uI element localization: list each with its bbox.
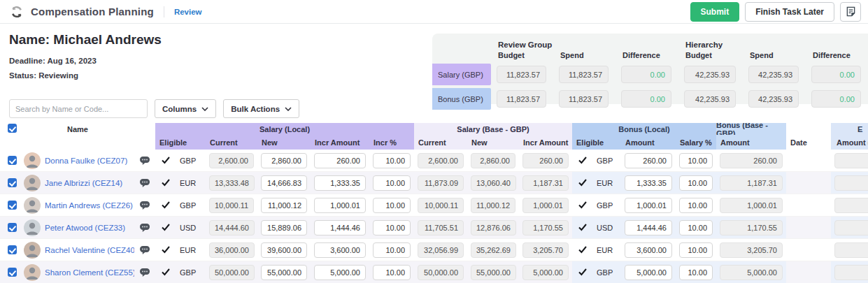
notes-button[interactable] — [840, 2, 861, 22]
bonus-salary-pct-input[interactable] — [679, 220, 713, 235]
truncated-group-header: E — [831, 123, 868, 135]
salary-h-spend: 42,235.93 — [748, 66, 799, 83]
salary-new-input[interactable] — [261, 242, 307, 258]
employee-name-link[interactable]: Martin Andrews (CEZ26) — [45, 201, 133, 210]
comment-bubble-icon — [139, 268, 150, 277]
bonus-base-amount-readout: 1,000.01 — [720, 198, 783, 213]
bonus-salary-pct-input[interactable] — [679, 175, 713, 191]
budget-col-header: Budget — [678, 51, 743, 59]
row-checkbox[interactable] — [8, 223, 17, 232]
bonus-eligible-header: Eligible — [572, 135, 621, 150]
comment-button[interactable] — [139, 156, 150, 166]
salary-incr-pct-input[interactable] — [373, 265, 411, 280]
comment-button[interactable] — [139, 178, 150, 188]
employee-name-link[interactable]: Jane Albrizzi (CEZ14) — [45, 179, 122, 187]
table-body: Donna Faulke (CEZ07) GBP 2,600.00 2,600.… — [0, 150, 868, 283]
salary-new-input[interactable] — [261, 153, 307, 168]
bonus-salary-pct-input[interactable] — [679, 153, 713, 168]
salary-new-input[interactable] — [261, 175, 307, 191]
base-current-readout: 10,000.11 — [418, 198, 464, 213]
table-row: Donna Faulke (CEZ07) GBP 2,600.00 2,600.… — [0, 150, 868, 172]
base-current-header: Current — [414, 135, 467, 150]
finish-task-later-button[interactable]: Finish Task Later — [745, 2, 834, 22]
salary-incr-pct-input[interactable] — [373, 153, 411, 168]
row-checkbox[interactable] — [8, 178, 17, 187]
base-current-readout: 2,600.00 — [418, 153, 464, 168]
salary-incr-pct-input[interactable] — [373, 242, 411, 258]
salary-new-input[interactable] — [261, 220, 307, 235]
search-input[interactable] — [9, 99, 148, 118]
salary-incr-pct-input[interactable] — [373, 175, 411, 191]
salary-eligible-check-icon — [162, 157, 170, 164]
salary-incr-pct-input[interactable] — [373, 220, 411, 235]
salary-current-header: Current — [206, 135, 257, 150]
cycle-arrows-logo-icon — [10, 5, 24, 19]
bonus-amount-input[interactable] — [625, 175, 672, 191]
base-current-readout: 11,873.09 — [418, 175, 464, 191]
bonus-salary-pct-input[interactable] — [679, 242, 713, 258]
bonus-amount-input[interactable] — [625, 198, 672, 213]
spend-col-header: Spend — [743, 51, 806, 59]
salary-local-group-header: Salary (Local) — [155, 123, 414, 135]
employee-name-link[interactable]: Sharon Clement (CEZ55) — [45, 268, 134, 277]
columns-dropdown-label: Columns — [162, 105, 197, 113]
table-toolbar: Columns Bulk Actions — [9, 99, 299, 118]
spend-col-header: Spend — [553, 51, 616, 59]
base-new-readout: 55,000.00 — [471, 265, 516, 280]
bonus-amount-input[interactable] — [625, 153, 672, 168]
columns-dropdown-button[interactable]: Columns — [155, 99, 216, 118]
salary-row-label: Salary (GBP) — [432, 64, 491, 85]
bonus-currency: GBP — [597, 157, 613, 165]
bonus-amount-input[interactable] — [625, 265, 672, 280]
bonus-salary-pct-input[interactable] — [679, 198, 713, 213]
select-all-checkbox[interactable] — [8, 124, 17, 133]
row-checkbox[interactable] — [8, 268, 17, 277]
base-current-readout: 11,705.51 — [418, 220, 464, 235]
bonus-amount-input[interactable] — [625, 242, 672, 258]
truncated-amount-readout — [834, 242, 868, 258]
salary-currency: GBP — [180, 201, 196, 210]
note-icon — [846, 6, 856, 17]
review-tab-link[interactable]: Review — [174, 8, 202, 16]
bonus-base-amount-readout: 5,000.00 — [720, 265, 783, 280]
comment-button[interactable] — [139, 201, 150, 210]
salary-incr-pct-input[interactable] — [373, 198, 411, 213]
employee-name-link[interactable]: Rachel Valentine (CEZ40) — [45, 246, 134, 254]
base-incr-amount-readout: 1,000.01 — [522, 198, 569, 213]
employee-name-link[interactable]: Peter Atwood (CEZ33) — [45, 224, 125, 232]
bonus-h-difference: 0.00 — [811, 90, 861, 108]
salary-new-input[interactable] — [261, 265, 307, 280]
salary-incr-amount-input[interactable] — [314, 265, 366, 280]
salary-new-input[interactable] — [261, 198, 307, 213]
employee-name-link[interactable]: Donna Faulke (CEZ07) — [45, 157, 127, 165]
salary-rg-difference: 0.00 — [621, 66, 671, 83]
bonus-base-amount-readout: 1,187.31 — [720, 175, 783, 191]
salary-current-readout: 14,444.60 — [209, 220, 255, 235]
comment-button[interactable] — [139, 223, 150, 233]
submit-button[interactable]: Submit — [690, 2, 740, 22]
salary-incr-amount-input[interactable] — [314, 198, 366, 213]
bonus-base-group-header: Bonus (Base - GBP) — [716, 123, 786, 135]
deadline-text: Deadline: Aug 16, 2023 — [9, 57, 162, 65]
bonus-salary-pct-input[interactable] — [679, 265, 713, 280]
base-new-readout: 35,262.69 — [471, 242, 516, 258]
avatar — [24, 152, 41, 169]
salary-rg-budget: 11,823.57 — [497, 66, 546, 83]
salary-currency: GBP — [180, 268, 196, 277]
row-checkbox[interactable] — [8, 201, 17, 210]
row-checkbox[interactable] — [8, 245, 17, 254]
bulk-actions-dropdown-button[interactable]: Bulk Actions — [223, 99, 299, 118]
page-title: Compensation Planning — [31, 6, 154, 17]
salary-incr-amount-input[interactable] — [314, 153, 366, 168]
comment-button[interactable] — [139, 268, 150, 277]
avatar — [24, 264, 41, 281]
comment-button[interactable] — [139, 245, 150, 255]
salary-incr-amount-input[interactable] — [314, 220, 366, 235]
row-checkbox[interactable] — [8, 156, 17, 165]
top-bar: Compensation Planning Review Submit Fini… — [0, 0, 868, 24]
base-current-readout: 32,056.99 — [418, 242, 464, 258]
salary-incr-amount-input[interactable] — [314, 242, 366, 258]
bonus-amount-input[interactable] — [625, 220, 672, 235]
salary-incr-amount-input[interactable] — [314, 175, 366, 191]
base-new-readout: 12,876.06 — [471, 220, 516, 235]
